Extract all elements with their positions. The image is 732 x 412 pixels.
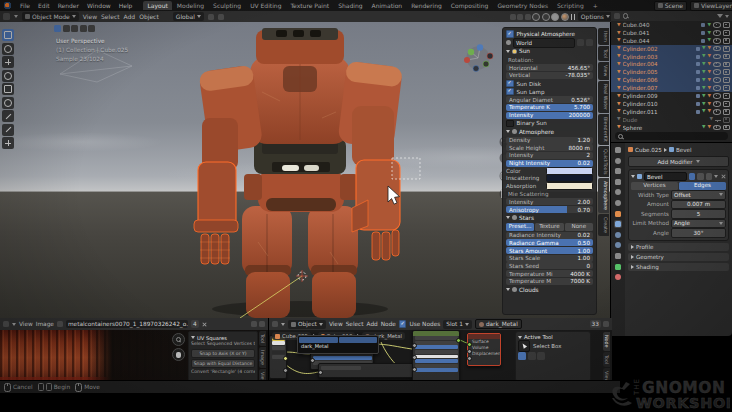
node-colorramp-partial[interactable] — [269, 335, 287, 379]
stars-texture-button[interactable]: Texture — [535, 223, 563, 231]
image-menu-view[interactable]: View — [19, 321, 33, 327]
atmosphere-section-header[interactable]: Atmosphere — [506, 127, 593, 136]
workspace-add-button[interactable]: + — [589, 1, 602, 10]
stars-scale-field[interactable]: Stars Scale1.00 — [506, 255, 593, 262]
anisotropy-slider[interactable]: Anisotropy0.70 — [506, 206, 593, 213]
move-tool[interactable] — [2, 56, 14, 68]
measure-tool[interactable] — [2, 124, 14, 136]
shading-solid-icon[interactable] — [542, 13, 550, 21]
material-tab-icon[interactable] — [614, 273, 622, 281]
image-menu-image[interactable]: Image — [36, 321, 54, 327]
image-name-field[interactable]: metalcontainers0070_1_18970326242_o.jpg — [66, 320, 188, 328]
scene-tab-icon[interactable] — [614, 188, 622, 196]
render-camera-icon[interactable] — [723, 85, 730, 91]
annotate-tool[interactable] — [2, 110, 14, 122]
mode-selector[interactable]: Object Mode — [22, 12, 79, 21]
snap-equal-distance-button[interactable]: Snap with Equal Distance — [191, 359, 255, 368]
outliner-search-input[interactable] — [615, 132, 728, 140]
outliner-row[interactable]: ▼Cube.041▼ — [611, 29, 732, 37]
sun-vertical-field[interactable]: Vertical-78.035° — [506, 72, 593, 79]
object-data-tab-icon[interactable] — [614, 263, 622, 271]
sidebar-tab-atmosphere[interactable]: Atmosphere — [598, 178, 609, 213]
render-camera-icon[interactable] — [723, 30, 730, 36]
gizmos-toggle-icon[interactable] — [510, 14, 516, 20]
workspace-tab-animation[interactable]: Animation — [368, 1, 407, 10]
node-options-icon[interactable] — [603, 321, 609, 327]
slot-selector[interactable]: Slot 1 — [443, 320, 472, 329]
modifier-name-input[interactable]: Bevel — [644, 172, 687, 182]
tool-option-icon[interactable] — [54, 25, 61, 32]
tool-tab-icon[interactable] — [614, 146, 622, 154]
hide-eye-icon[interactable] — [713, 30, 721, 36]
close-icon[interactable] — [720, 174, 726, 180]
render-tab-icon[interactable] — [614, 157, 622, 165]
workspace-tab-compositing[interactable]: Compositing — [447, 1, 493, 10]
filter-icon[interactable] — [717, 14, 723, 18]
stars-seed-field[interactable]: Stars Seed0 — [506, 262, 593, 269]
hide-eye-icon[interactable] — [713, 125, 721, 131]
node-collapsed-wide[interactable] — [318, 363, 420, 378]
render-camera-icon[interactable] — [723, 69, 730, 75]
angle-field[interactable]: 30° — [671, 228, 726, 238]
outliner-row-selected[interactable]: ▼Cylinder.006▼▼ — [611, 76, 732, 84]
outliner-editor-icon[interactable] — [614, 13, 620, 19]
outliner-row[interactable]: ▼Cube.040▼ — [611, 21, 732, 29]
width-type-dropdown[interactable]: Offset — [671, 190, 726, 200]
node-menu-node[interactable]: Node — [381, 321, 396, 327]
viewport-menu-view[interactable]: View — [83, 13, 97, 20]
amount-field[interactable]: 0.007 m — [671, 200, 726, 210]
popup-button[interactable] — [299, 337, 338, 343]
xray-toggle-icon[interactable] — [525, 14, 531, 20]
node-principled-bsdf[interactable] — [412, 330, 460, 380]
modifiers-tab-icon[interactable] — [614, 220, 622, 228]
stars-none-button[interactable]: None — [565, 223, 593, 231]
material-rename-popup[interactable]: dark_Metal — [297, 335, 379, 354]
render-camera-icon[interactable] — [723, 109, 730, 115]
particles-tab-icon[interactable] — [614, 231, 622, 239]
physical-atmosphere-header[interactable]: Physical Atmosphere — [506, 30, 593, 38]
checkbox-checked-icon[interactable] — [506, 30, 514, 38]
sidebar-tab-blenderkit[interactable]: BlenderKit — [598, 114, 609, 145]
tool-option-icon[interactable] — [80, 25, 87, 32]
popup-button[interactable] — [339, 337, 378, 343]
absorption-swatch[interactable] — [546, 182, 593, 190]
shading-rendered-icon[interactable] — [561, 13, 569, 21]
workspace-tab-scripting[interactable]: Scripting — [553, 1, 588, 10]
cursor-tool[interactable] — [2, 43, 14, 55]
snap-to-axis-button[interactable]: Snap to Axis (X or Y) — [191, 349, 255, 358]
overlays-toggle-icon[interactable] — [517, 14, 523, 20]
scale-height-field[interactable]: Scale Height8000 m — [506, 144, 593, 151]
hide-eye-icon[interactable] — [713, 22, 721, 28]
hide-eye-icon[interactable] — [713, 85, 721, 91]
breadcrumb-object[interactable]: Cube.025 — [635, 147, 662, 153]
limit-method-dropdown[interactable]: Angle — [671, 219, 726, 229]
tool-option-icon[interactable] — [63, 25, 70, 32]
node-canvas[interactable]: Cube.025 ▼Cube.013 dark_Metal dark_Metal — [269, 330, 612, 380]
viewport-3d[interactable]: User Perspective (1) Collection | Cube.0… — [0, 22, 610, 318]
render-camera-icon[interactable] — [723, 125, 730, 131]
stars-section-header[interactable]: Stars — [506, 214, 593, 223]
sidebar-tab-create[interactable]: Create — [598, 214, 609, 236]
sun-disk-checkbox[interactable]: Sun Disk — [506, 80, 593, 88]
sidebar-tab-tool[interactable]: Tool — [598, 46, 609, 61]
render-camera-icon[interactable] — [723, 22, 730, 28]
menu-window[interactable]: Window — [86, 2, 112, 9]
viewport-menu-add[interactable]: Add — [124, 13, 136, 20]
checkbox-checked-icon[interactable] — [506, 80, 514, 88]
workspace-tab-geometry-nodes[interactable]: Geometry Nodes — [493, 1, 552, 10]
geometry-panel-collapsed[interactable]: Geometry — [628, 253, 729, 262]
render-camera-icon[interactable] — [723, 46, 730, 52]
outliner-row-selected[interactable]: ▼Cylinder.004▼▼ — [611, 60, 732, 68]
workspace-tab-sculpting[interactable]: Sculpting — [209, 1, 245, 10]
sun-intensity-field[interactable]: Intensity200000 — [506, 112, 593, 119]
stars-preset-button[interactable]: Preset... — [506, 223, 534, 231]
hide-eye-icon[interactable] — [713, 69, 721, 75]
breadcrumb-modifier[interactable]: Bevel — [676, 147, 692, 153]
transform-orientation-selector[interactable]: Global — [173, 12, 204, 21]
editor-type-icon[interactable] — [3, 321, 9, 327]
atmosphere-intensity-field[interactable]: Intensity2 — [506, 152, 593, 159]
shading-wireframe-icon[interactable] — [532, 13, 540, 21]
sidebar-tab-real-water[interactable]: Real Water — [598, 81, 609, 113]
viewport-menu-object[interactable]: Object — [139, 13, 159, 20]
render-camera-icon[interactable] — [723, 93, 730, 99]
